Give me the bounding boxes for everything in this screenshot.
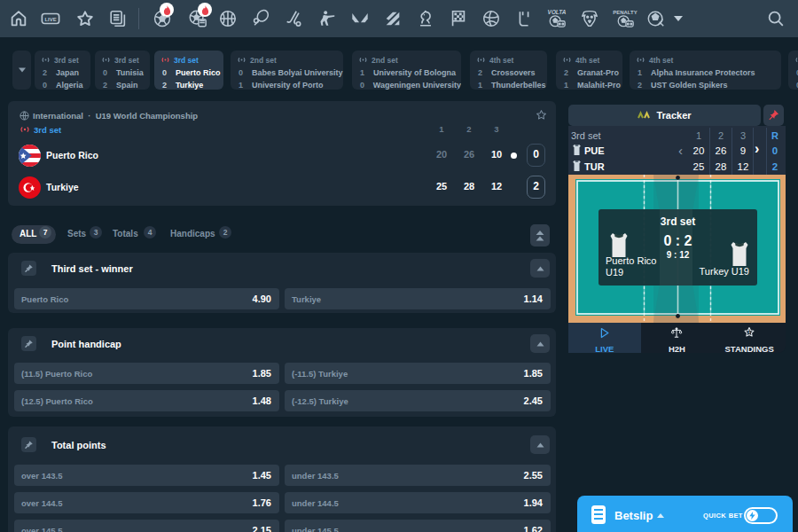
svg-text:3rd set: 3rd set [661, 215, 695, 228]
svg-text:VOLTA: VOLTA [548, 9, 567, 15]
svg-text:PENALTY: PENALTY [613, 10, 637, 15]
svg-text:U19: U19 [606, 267, 623, 278]
svg-text:9 : 12: 9 : 12 [667, 250, 690, 260]
svg-text:Turkey U19: Turkey U19 [700, 266, 749, 277]
svg-text:1: 1 [748, 329, 751, 334]
svg-text:Puerto Rico: Puerto Rico [606, 255, 656, 266]
svg-text:0 : 2: 0 : 2 [663, 233, 692, 248]
svg-text:LIVE: LIVE [44, 17, 56, 22]
